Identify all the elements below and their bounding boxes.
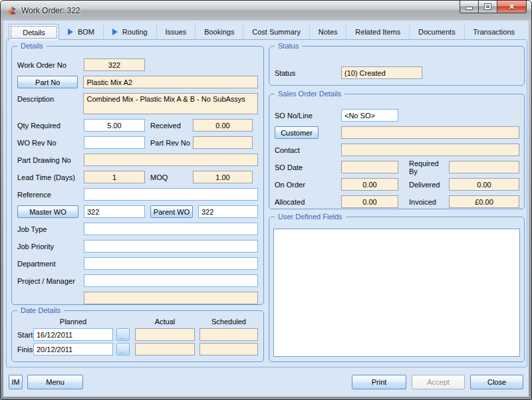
qty-required-input[interactable]: 5.00 xyxy=(84,119,145,132)
part-no-row: Part No Plastic Mix A2 xyxy=(17,76,258,88)
reference-input[interactable] xyxy=(84,188,258,201)
finish-browse-button[interactable]: ... xyxy=(116,343,130,355)
tab-bookings[interactable]: Bookings xyxy=(196,24,243,40)
job-priority-label: Job Priority xyxy=(17,243,84,250)
customer-button[interactable]: Customer xyxy=(275,126,319,139)
contact-row: Contact xyxy=(275,144,520,156)
start-actual-field xyxy=(135,328,195,341)
close-window-button[interactable]: ✕ xyxy=(497,1,527,13)
part-drawing-no-field xyxy=(84,153,258,166)
status-group: Status Status (10) Created xyxy=(269,46,525,86)
finish-scheduled-field xyxy=(200,343,258,355)
part-rev-no-field xyxy=(193,136,253,149)
user-defined-fields-legend: User Defined Fields xyxy=(275,212,346,221)
so-date-field xyxy=(341,161,398,173)
lead-time-row: Lead Time (Days) 1 MOQ 1.00 xyxy=(17,171,258,183)
start-browse-button[interactable]: ... xyxy=(116,328,130,341)
delivered-label: Delivered xyxy=(404,181,449,189)
required-by-label: Required By xyxy=(404,159,449,175)
job-type-row: Job Type xyxy=(17,223,258,235)
titlebar[interactable]: Work Order: 322 ✕ xyxy=(1,1,531,20)
work-order-window: Work Order: 322 ✕ Details BOM Routing Is… xyxy=(0,0,532,400)
status-row: Status (10) Created xyxy=(275,66,524,79)
start-date-row: Start 16/12/2011 ... xyxy=(17,328,258,341)
tab-notes[interactable]: Notes xyxy=(310,24,347,40)
on-order-field: 0.00 xyxy=(341,178,398,191)
parent-wo-button[interactable]: Parent WO xyxy=(150,205,193,218)
tab-transactions[interactable]: Transactions xyxy=(465,24,523,40)
user-defined-fields-group: User Defined Fields xyxy=(269,217,525,362)
contact-label: Contact xyxy=(275,146,341,154)
window-controls: ✕ xyxy=(460,1,527,13)
sales-order-group: Sales Order Details SO No/Line <No SO> C… xyxy=(269,94,525,209)
description-label: Description xyxy=(17,95,83,103)
job-type-select[interactable] xyxy=(84,223,258,235)
qty-required-row: Qty Required 5.00 Received 0.00 xyxy=(17,119,258,132)
part-rev-no-label: Part Rev No xyxy=(145,139,193,147)
tab-related-items[interactable]: Related Items xyxy=(346,24,410,40)
date-details-legend: Date Details xyxy=(17,306,64,315)
tab-bom[interactable]: BOM xyxy=(59,24,104,40)
details-group-legend: Details xyxy=(17,41,47,50)
customer-field xyxy=(341,126,519,139)
im-button[interactable]: IM xyxy=(9,375,23,389)
tab-strip: Details BOM Routing Issues Bookings Cost… xyxy=(9,24,523,40)
parent-wo-select[interactable]: 322 xyxy=(198,205,258,218)
status-label: Status xyxy=(275,69,341,77)
so-no-line-select[interactable]: <No SO> xyxy=(341,109,398,122)
sales-order-legend: Sales Order Details xyxy=(275,89,344,98)
allocated-label: Allocated xyxy=(275,198,341,206)
minimize-icon xyxy=(466,7,472,9)
allocated-field: 0.00 xyxy=(341,195,398,208)
finish-actual-field xyxy=(135,343,195,355)
on-order-row: On Order 0.00 Delivered 0.00 xyxy=(275,178,520,191)
start-planned-select[interactable]: 16/12/2011 xyxy=(33,328,113,341)
maximize-icon xyxy=(485,4,491,9)
actual-column-header: Actual xyxy=(135,318,195,327)
description-field: Combined Mix - Plastic Mix A & B - No Su… xyxy=(83,93,258,114)
project-manager-label: Project / Manager xyxy=(17,277,84,285)
job-priority-select[interactable] xyxy=(84,240,258,252)
tab-issues[interactable]: Issues xyxy=(157,24,196,40)
tab-documents[interactable]: Documents xyxy=(410,24,464,40)
master-wo-button[interactable]: Master WO xyxy=(17,205,78,218)
work-order-no-label: Work Order No xyxy=(17,61,84,69)
part-no-button[interactable]: Part No xyxy=(17,76,78,88)
master-wo-row: Master WO 322 Parent WO 322 xyxy=(17,205,258,218)
client-area: Details BOM Routing Issues Bookings Cost… xyxy=(3,21,529,397)
extra-field xyxy=(84,292,258,304)
job-type-label: Job Type xyxy=(17,225,84,233)
play-icon xyxy=(112,29,118,35)
close-button[interactable]: Close xyxy=(470,375,523,389)
part-drawing-no-label: Part Drawing No xyxy=(17,156,84,164)
play-icon xyxy=(68,29,73,35)
tab-cost-summary[interactable]: Cost Summary xyxy=(243,24,310,40)
close-icon: ✕ xyxy=(509,3,515,11)
status-field: (10) Created xyxy=(341,66,422,79)
maximize-button[interactable] xyxy=(479,1,497,13)
start-label: Start xyxy=(17,331,33,339)
app-logo-icon xyxy=(7,5,17,16)
allocated-row: Allocated 0.00 Invoiced £0.00 xyxy=(275,195,520,208)
department-row: Department xyxy=(17,257,258,270)
received-label: Received xyxy=(145,122,193,130)
department-select[interactable] xyxy=(84,257,258,270)
contact-field xyxy=(341,144,519,156)
customer-row: Customer xyxy=(275,126,520,139)
menu-button[interactable]: Menu xyxy=(27,375,83,389)
project-manager-select[interactable] xyxy=(84,274,258,287)
work-order-no-field: 322 xyxy=(84,58,145,71)
minimize-button[interactable] xyxy=(460,1,479,13)
tab-details[interactable]: Details xyxy=(9,24,59,41)
on-order-label: On Order xyxy=(275,181,341,189)
master-wo-select[interactable]: 322 xyxy=(84,205,145,218)
wo-rev-no-input[interactable] xyxy=(84,136,145,149)
invoiced-field: £0.00 xyxy=(449,195,519,208)
tab-routing[interactable]: Routing xyxy=(104,24,157,40)
print-button[interactable]: Print xyxy=(352,375,406,389)
date-details-group: Date Details Planned Actual Scheduled St… xyxy=(11,310,264,362)
finish-date-row: Finish 20/12/2011 ... xyxy=(17,343,258,355)
description-row: Description Combined Mix - Plastic Mix A… xyxy=(17,93,258,114)
reference-row: Reference xyxy=(17,188,258,201)
finish-planned-select[interactable]: 20/12/2011 xyxy=(33,343,113,355)
